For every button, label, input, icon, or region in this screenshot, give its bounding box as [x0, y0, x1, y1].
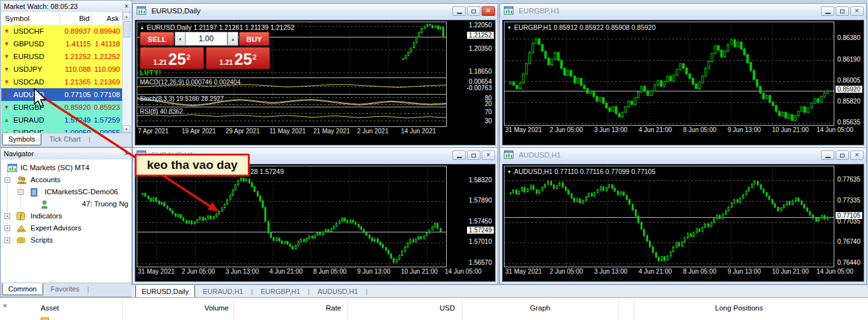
tree-item-accounts[interactable]: −Accounts: [1, 174, 131, 186]
tree-item-47-truong-ng[interactable]: 47: Truong Ng: [1, 198, 131, 210]
time-axis-label: 31 May 2021: [138, 268, 175, 275]
market-watch-row[interactable]: ▲EURCHF1.090501.09055: [1, 126, 123, 133]
volume-input[interactable]: [185, 32, 227, 46]
price-chart[interactable]: 28 1.57249: [137, 166, 447, 267]
price-down-icon: ▼: [4, 101, 10, 114]
restore-button[interactable]: [467, 6, 480, 16]
tree-expander-icon[interactable]: +: [4, 237, 10, 243]
tab-common[interactable]: Common: [2, 283, 43, 295]
time-axis-label: 2 Jun 2021: [357, 128, 389, 135]
tree-item-scripts[interactable]: +Scripts: [1, 234, 131, 246]
price-chart[interactable]: ▼AUDUSD,H1 0.77110 0.77116 0.77099 0.771…: [504, 166, 834, 267]
minimize-button[interactable]: [452, 150, 466, 160]
navigator-titlebar[interactable]: Navigator ✕: [1, 148, 132, 160]
close-button[interactable]: ✕: [850, 150, 864, 160]
trend-down-icon: ▼: [507, 25, 512, 30]
restore-button[interactable]: [467, 150, 480, 160]
market-watch-row[interactable]: ▼USDCHF0.899370.89940: [1, 25, 123, 37]
tree-item-ic-markets-sc-mt4[interactable]: IC Markets (SC) MT4: [1, 162, 131, 174]
close-button[interactable]: ✕: [850, 6, 864, 16]
time-axis-label: 8 Jun 05:00: [313, 268, 346, 275]
buy-price-button[interactable]: 1.21252: [206, 47, 270, 69]
column-header-bid[interactable]: Bid: [60, 12, 90, 25]
market-watch-row[interactable]: ▼EURUSD1.212521.21252: [1, 50, 123, 63]
time-axis[interactable]: 7 Apr 202119 Apr 202129 Apr 202111 May 2…: [135, 126, 495, 137]
minimize-button[interactable]: [821, 6, 834, 16]
price-scale-label: 0.86005: [837, 77, 860, 84]
tab-eurusd-daily[interactable]: EURUSD,Daily: [135, 285, 195, 298]
ohlc-readout: 28 1.57249: [250, 168, 284, 175]
sell-button[interactable]: SELL: [140, 32, 174, 46]
time-axis[interactable]: 31 May 20212 Jun 05:003 Jun 13:004 Jun 2…: [503, 125, 864, 135]
scroll-thumb[interactable]: [123, 21, 130, 37]
column-divider: [122, 299, 123, 320]
chart-window-icon: [137, 5, 146, 20]
column-header-ask[interactable]: Ask: [91, 12, 119, 25]
column-header-asset: Asset: [41, 304, 59, 312]
price-scale-label: 0.77635: [837, 176, 860, 183]
tree-item-indicators[interactable]: +fIndicators: [1, 210, 131, 222]
close-button[interactable]: ✕: [482, 6, 495, 16]
scroll-down-icon[interactable]: ▼: [123, 125, 130, 133]
market-watch-row[interactable]: ▼USDCAD1.213651.21369: [1, 76, 123, 88]
market-watch-titlebar[interactable]: Market Watch: 08:05:23 ✕: [1, 1, 132, 13]
tree-expander-icon[interactable]: −: [18, 189, 24, 195]
tree-expander-icon[interactable]: −: [4, 177, 10, 183]
minimize-button[interactable]: [821, 150, 834, 160]
current-price-tag: 0.77105: [836, 212, 862, 219]
bid-value: 1.57249: [59, 114, 91, 126]
volume-decrease-icon[interactable]: ▼: [175, 32, 186, 46]
tab-symbols[interactable]: Symbols: [2, 133, 41, 145]
scroll-up-icon[interactable]: ▲: [123, 12, 130, 20]
restore-button[interactable]: [836, 6, 849, 16]
tree-item-expert-advisors[interactable]: +Expert Advisors: [1, 222, 131, 234]
close-icon[interactable]: ✕: [124, 1, 129, 12]
tree-item-icmarketssc-demo06[interactable]: −ICMarketsSC-Demo06: [1, 186, 131, 198]
price-up-icon: ▲: [4, 114, 10, 126]
window-title: AUDUSD,H1: [519, 151, 560, 159]
tab-favorites[interactable]: Favorites: [45, 284, 85, 295]
market-watch-row[interactable]: ▼USDJPY110.088110.090: [1, 63, 123, 76]
window-titlebar[interactable]: AUDUSD,H1 ✕: [500, 148, 866, 163]
macd-indicator-pane[interactable]: MACD(12,26,9) 0.000746 0.002404: [137, 77, 447, 95]
price-scale-label: 0.86380: [837, 34, 860, 41]
chart-window-eurusd: EURUSD,Daily ✕ ▲EURUSD,Daily 1.21197 1.2…: [132, 3, 498, 148]
navigator-panel: Navigator ✕ IC Markets (SC) MT4−Accounts…: [0, 147, 132, 297]
volume-increase-icon[interactable]: ▲: [227, 32, 238, 46]
trend-up-icon: ▲: [140, 25, 144, 30]
tree-expander-icon[interactable]: +: [4, 213, 10, 219]
market-watch-row[interactable]: ▼GBPUSD1.411151.41118: [1, 37, 123, 50]
minimize-button[interactable]: [452, 6, 466, 16]
bid-value: 1.41115: [59, 37, 91, 50]
price-chart[interactable]: ▲EURUSD,Daily 1.21197 1.21261 1.21139 1.…: [137, 22, 447, 78]
tree-expander-icon[interactable]: +: [4, 225, 10, 231]
column-divider: [60, 13, 60, 23]
window-titlebar[interactable]: EURGBP,H1 ✕: [500, 4, 866, 18]
time-axis-label: 2 Jun 05:00: [550, 268, 583, 275]
close-icon[interactable]: ✕: [124, 148, 129, 159]
scrollbar[interactable]: ▲ ▼: [122, 12, 131, 133]
market-watch-row[interactable]: ▼EURGBP0.859200.85923: [1, 101, 123, 114]
close-button[interactable]: ✕: [482, 150, 495, 160]
rsi-indicator-pane[interactable]: RSI(8) 40.8362: [137, 107, 447, 127]
time-axis[interactable]: 31 May 20212 Jun 05:003 Jun 13:004 Jun 2…: [503, 267, 864, 277]
sell-price-button[interactable]: 1.21252: [140, 47, 204, 69]
stochastic-indicator-pane[interactable]: Stoch(8,3,3) 19.5166 28.2927: [137, 94, 447, 107]
market-watch-row[interactable]: ▼AUDUSD0.771050.77108: [1, 88, 123, 101]
column-header-symbol[interactable]: Symbol: [5, 12, 29, 25]
tab-euraud-h1[interactable]: EURAUD,H1: [197, 286, 249, 297]
time-axis-label: 3 Jun 13:00: [594, 268, 627, 275]
price-chart[interactable]: ▼EURGBP,H1 0.85912 0.85922 0.85908 0.859…: [504, 22, 834, 126]
tab-tick-chart[interactable]: Tick Chart: [43, 134, 86, 145]
price-scale[interactable]: 0.776350.773350.770350.767400.764400.771…: [834, 164, 864, 281]
close-icon[interactable]: ✕: [3, 303, 8, 309]
buy-button[interactable]: BUY: [239, 32, 269, 46]
price-down-icon: ▼: [4, 63, 10, 76]
time-axis[interactable]: 31 May 20212 Jun 05:003 Jun 13:004 Jun 2…: [135, 267, 495, 277]
tab-audusd-h1[interactable]: AUDUSD,H1: [312, 286, 364, 297]
restore-button[interactable]: [836, 150, 849, 160]
tab-eurgbp-h1[interactable]: EURGBP,H1: [255, 286, 306, 297]
market-watch-row[interactable]: ▲EURAUD1.572491.57259: [1, 114, 123, 126]
window-titlebar[interactable]: EURUSD,Daily ✕: [133, 4, 498, 18]
price-scale[interactable]: 1.583201.578901.574501.570101.565701.572…: [446, 164, 495, 281]
